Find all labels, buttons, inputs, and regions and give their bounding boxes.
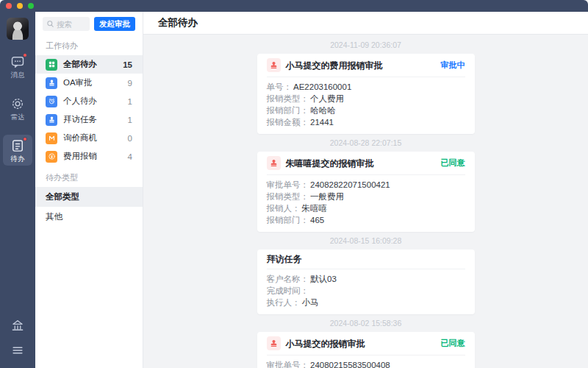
- window-titlebar: [0, 0, 588, 12]
- zoom-window-button[interactable]: [28, 3, 34, 9]
- timeline-group: 2024-08-28 22:07:15 朱嘻嘻提交的报销审批 已同意: [143, 138, 588, 232]
- card-title: 朱嘻嘻提交的报销审批: [286, 158, 436, 169]
- stamp-icon: [267, 336, 281, 350]
- status-badge: 审批中: [441, 60, 465, 71]
- rail-item-label: 消息: [11, 71, 25, 79]
- type-item-label: 全部类型: [46, 191, 79, 202]
- todo-sidebar: 发起审批 工作待办 全部待办 15: [35, 12, 143, 368]
- stamp-icon: [267, 58, 281, 72]
- card-field: 单号：AE2203160001: [267, 81, 465, 93]
- status-badge: 已同意: [441, 338, 465, 349]
- sidebar-item-visit-task[interactable]: 拜访任务 1: [35, 110, 143, 129]
- sidebar-item-count: 1: [128, 97, 132, 106]
- search-icon: [46, 20, 54, 28]
- sidebar-item-count: 1: [128, 116, 132, 124]
- type-item-other[interactable]: 其他: [35, 207, 143, 227]
- yen-icon: [46, 151, 57, 163]
- building-icon[interactable]: [10, 318, 25, 333]
- m-icon: [46, 132, 57, 144]
- type-item-label: 其他: [46, 211, 62, 222]
- timeline-timestamp: 2024-08-02 15:58:36: [143, 319, 588, 328]
- chat-icon: [10, 54, 25, 69]
- search-input[interactable]: [57, 20, 86, 29]
- todo-icon: [10, 138, 25, 153]
- todo-card[interactable]: 朱嘻嘻提交的报销审批 已同意 审批单号：24082822071500421 报销…: [257, 152, 475, 232]
- todo-card[interactable]: 小马提交的费用报销审批 审批中 单号：AE2203160001 报销类型：个人费…: [257, 54, 475, 134]
- sidebar-item-count: 15: [123, 60, 132, 69]
- page-title: 全部待办: [158, 16, 198, 29]
- rail-item-radar[interactable]: 雷达: [3, 93, 32, 124]
- type-section-title: 待办类型: [35, 166, 143, 187]
- todo-card[interactable]: 拜访任务 客户名称：默认03 完成时间： 执行人：小马: [257, 250, 475, 314]
- stamp-icon: [46, 114, 57, 126]
- menu-icon[interactable]: [10, 343, 25, 358]
- timeline-group: 2024-11-09 20:36:07 小马提交的费用报销审批 审批中: [143, 40, 588, 134]
- sidebar-item-label: 全部待办: [63, 59, 123, 70]
- timeline-timestamp: 2024-08-28 22:07:15: [143, 138, 588, 147]
- card-field: 报销人：朱嘻嘻: [267, 202, 465, 214]
- create-approval-button[interactable]: 发起审批: [94, 17, 135, 31]
- card-field: 客户名称：默认03: [267, 273, 465, 285]
- card-field: 审批单号：24082822071500421: [267, 179, 465, 191]
- timeline-timestamp: 2024-11-09 20:36:07: [143, 40, 588, 49]
- rail-item-label: 待办: [11, 155, 25, 163]
- grid-icon: [46, 59, 57, 71]
- rail-item-messages[interactable]: 消息: [3, 51, 32, 82]
- clock-icon: [46, 96, 57, 107]
- card-field: 报销类型：一般费用: [267, 191, 465, 202]
- unread-badge: [23, 53, 27, 57]
- sidebar-item-inquiry-opportunity[interactable]: 询价商机 0: [35, 129, 143, 147]
- card-field: 完成时间：: [267, 285, 465, 297]
- nav-rail: 消息 雷达 待办: [0, 12, 35, 368]
- sidebar-item-label: 费用报销: [63, 151, 128, 162]
- card-field: 执行人：小马: [267, 297, 465, 308]
- sidebar-item-label: 拜访任务: [63, 114, 128, 125]
- sidebar-item-label: OA审批: [63, 77, 128, 88]
- sidebar-item-label: 询价商机: [63, 132, 128, 144]
- app-window: 消息 雷达 待办: [0, 0, 588, 368]
- card-title: 拜访任务: [267, 254, 465, 264]
- timeline-group: 2024-08-02 15:58:36 小马提交的报销审批 已同意: [143, 319, 588, 368]
- card-field: 报销类型：个人费用: [267, 93, 465, 105]
- todo-timeline: 2024-11-09 20:36:07 小马提交的费用报销审批 审批中: [143, 35, 588, 368]
- rail-item-label: 雷达: [11, 113, 25, 121]
- close-window-button[interactable]: [6, 3, 12, 9]
- sidebar-item-label: 个人待办: [63, 96, 128, 107]
- sidebar-item-count: 9: [128, 79, 132, 88]
- card-field: 报销金额：21441: [267, 116, 465, 128]
- main-area: 全部待办 2024-11-09 20:36:07: [143, 12, 588, 368]
- todo-card[interactable]: 小马提交的报销审批 已同意 审批单号：24080215583500408 报销类…: [257, 332, 475, 368]
- rail-item-todo[interactable]: 待办: [3, 135, 32, 166]
- card-field: 报销部门：465: [267, 214, 465, 226]
- main-header: 全部待办: [143, 12, 588, 35]
- sidebar-item-personal-todo[interactable]: 个人待办 1: [35, 92, 143, 110]
- card-field: 报销部门：哈哈哈: [267, 105, 465, 116]
- card-field: 审批单号：24080215583500408: [267, 359, 465, 368]
- sidebar-item-count: 4: [128, 152, 132, 161]
- type-item-all[interactable]: 全部类型: [35, 187, 143, 207]
- minimize-window-button[interactable]: [17, 3, 23, 9]
- work-section-title: 工作待办: [35, 34, 143, 55]
- avatar[interactable]: [7, 18, 29, 40]
- card-title: 小马提交的报销审批: [286, 339, 436, 349]
- timeline-timestamp: 2024-08-15 16:09:28: [143, 236, 588, 245]
- sidebar-item-oa-approval[interactable]: OA审批 9: [35, 74, 143, 92]
- search-box[interactable]: [43, 17, 90, 31]
- card-title: 小马提交的费用报销审批: [286, 60, 436, 71]
- radar-icon: [10, 96, 25, 111]
- sidebar-item-expense-reimburse[interactable]: 费用报销 4: [35, 147, 143, 166]
- status-badge: 已同意: [441, 158, 465, 169]
- sidebar-item-all-todos[interactable]: 全部待办 15: [35, 55, 143, 74]
- stamp-icon: [267, 156, 281, 170]
- timeline-group: 2024-08-15 16:09:28 拜访任务 客户名称：默认03 完成时间：…: [143, 236, 588, 314]
- todo-badge: [23, 137, 27, 141]
- stamp-icon: [46, 77, 57, 89]
- sidebar-item-count: 0: [128, 134, 132, 143]
